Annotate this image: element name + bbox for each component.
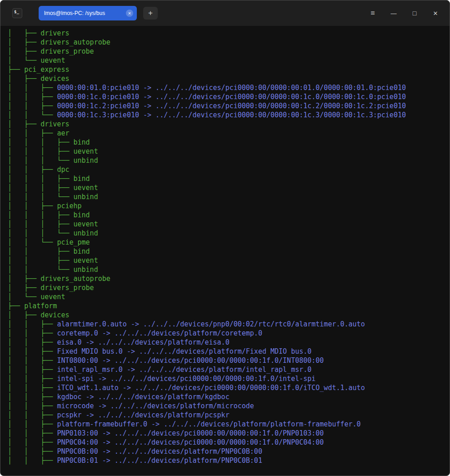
symlink-entry: kgdboc -> ../../../devices/platform/kgdb… (57, 393, 229, 401)
tree-line: │ ├── drivers_autoprobe (8, 38, 446, 47)
tree-line: │ │ ├── iTCO_wdt.1.auto -> ../../../devi… (8, 383, 446, 392)
tab-close-icon[interactable]: × (126, 10, 133, 17)
symlink-entry: microcode -> ../../../devices/platform/m… (57, 402, 254, 410)
directory-entry: aer (57, 129, 69, 137)
tree-line: │ │ ├── platform-framebuffer.0 -> ../../… (8, 420, 446, 429)
tree-line: │ │ ├── pciehp (8, 201, 446, 210)
tree-branch-glyphs: │ ├── (8, 47, 40, 55)
tree-line: │ │ └── 0000:00:1c.3:pcie010 -> ../../..… (8, 110, 446, 120)
tree-line: │ │ ├── eisa.0 -> ../../../devices/platf… (8, 338, 446, 347)
tree-branch-glyphs: │ │ ├── (8, 129, 57, 137)
tree-line: │ │ ├── PNP0C0B:00 -> ../../../devices/p… (8, 447, 446, 456)
caption-buttons: ≡ — □ ✕ (362, 0, 446, 26)
directory-entry: uevent (74, 256, 98, 265)
terminal-output[interactable]: │ ├── drivers│ ├── drivers_autoprobe│ ├─… (0, 26, 450, 476)
tree-branch-glyphs: │ │ │ ├── (8, 211, 74, 219)
symlink-entry: intel-spi -> ../../../devices/pci0000:00… (57, 375, 315, 383)
tree-line: │ │ ├── dpc (8, 165, 446, 174)
symlink-entry: 0000:00:01.0:pcie010 -> ../../../devices… (57, 84, 406, 92)
symlink-entry: INT0800:00 -> ../../../devices/pci0000:0… (57, 356, 324, 365)
tree-branch-glyphs: │ ├── (8, 38, 40, 46)
tree-branch-glyphs: │ │ │ ├── (8, 138, 74, 146)
tree-branch-glyphs: │ │ └── (8, 111, 57, 119)
tree-line: │ │ │ ├── bind (8, 138, 446, 147)
tab-active[interactable]: lmos@lmos-PC: /sys/bus × (39, 6, 137, 20)
tree-line: │ │ ├── kgdboc -> ../../../devices/platf… (8, 392, 446, 401)
directory-entry: drivers_autoprobe (40, 38, 110, 46)
tree-line: │ │ │ ├── uevent (8, 183, 446, 192)
symlink-entry: eisa.0 -> ../../../devices/platform/eisa… (57, 338, 229, 346)
tree-line: │ │ │ └── unbind (8, 156, 446, 165)
tree-branch-glyphs: │ │ │ └── (8, 193, 74, 201)
tree-branch-glyphs: │ │ ├── (8, 84, 57, 92)
tree-line: │ ├── drivers_probe (8, 47, 446, 56)
tree-line: │ ├── drivers_probe (8, 283, 446, 292)
tree-line: │ │ ├── intel_rapl_msr.0 -> ../../../dev… (8, 365, 446, 374)
tree-branch-glyphs: │ │ └── (8, 266, 74, 274)
tree-branch-glyphs: │ │ ├── (8, 447, 57, 456)
tree-line: │ ├── devices (8, 311, 446, 320)
tree-branch-glyphs: │ │ ├── (8, 247, 74, 256)
symlink-entry: PNP0103:00 -> ../../../devices/pci0000:0… (57, 429, 324, 437)
tree-branch-glyphs: │ │ ├── (8, 356, 57, 365)
tree-line: │ │ ├── 0000:00:01.0:pcie010 -> ../../..… (8, 83, 446, 92)
terminal-app-icon: $_ (12, 8, 22, 18)
tree-branch-glyphs: │ ├── (8, 275, 40, 283)
tree-line: │ │ ├── uevent (8, 256, 446, 265)
maximize-button[interactable]: □ (404, 3, 425, 23)
tree-branch-glyphs: │ ├── (8, 75, 40, 83)
tree-branch-glyphs: │ │ ├── (8, 320, 57, 328)
directory-entry: drivers_probe (40, 284, 94, 292)
tree-branch-glyphs: │ │ ├── (8, 456, 57, 465)
tree-line: │ ├── drivers (8, 120, 446, 129)
tree-branch-glyphs: │ │ │ └── (8, 229, 74, 237)
new-tab-button[interactable]: + (143, 7, 158, 20)
tree-branch-glyphs: │ └── (8, 293, 40, 301)
tree-branch-glyphs: │ │ │ ├── (8, 175, 74, 183)
tree-branch-glyphs: │ │ ├── (8, 202, 57, 210)
tree-branch-glyphs: │ │ ├── (8, 93, 57, 101)
tree-line: │ ├── devices (8, 74, 446, 83)
directory-entry: platform (24, 302, 57, 310)
close-button[interactable]: ✕ (425, 3, 446, 23)
tree-line: │ │ ├── Fixed MDIO bus.0 -> ../../../dev… (8, 347, 446, 356)
symlink-entry: 0000:00:1c.2:pcie010 -> ../../../devices… (57, 102, 406, 110)
directory-entry: uevent (74, 147, 98, 155)
symlink-entry: 0000:00:1c.3:pcie010 -> ../../../devices… (57, 111, 406, 119)
tree-branch-glyphs: │ │ ├── (8, 384, 57, 392)
tree-line: │ │ ├── microcode -> ../../../devices/pl… (8, 401, 446, 411)
symlink-entry: PNP0C0B:00 -> ../../../devices/platform/… (57, 447, 262, 456)
tree-line: │ │ └── unbind (8, 265, 446, 274)
tree-line: ├── pci_express (8, 65, 446, 74)
tree-branch-glyphs: ├── (8, 302, 24, 310)
tree-line: │ ├── drivers (8, 29, 446, 38)
directory-entry: drivers_probe (40, 47, 94, 55)
menu-icon[interactable]: ≡ (362, 3, 383, 23)
tree-line: │ │ │ └── unbind (8, 192, 446, 201)
tree-branch-glyphs: │ │ ├── (8, 438, 57, 446)
tree-branch-glyphs: │ ├── (8, 120, 40, 128)
symlink-entry: coretemp.0 -> ../../../devices/platform/… (57, 329, 262, 337)
tree-branch-glyphs: │ │ ├── (8, 420, 57, 428)
minimize-button[interactable]: — (383, 3, 404, 23)
tree-branch-glyphs: │ └── (8, 56, 40, 65)
symlink-entry: Fixed MDIO bus.0 -> ../../../devices/pla… (57, 347, 311, 356)
tree-line: │ │ ├── PNP0C0B:01 -> ../../../devices/p… (8, 456, 446, 465)
directory-entry: uevent (40, 56, 65, 65)
tree-line: │ │ ├── aer (8, 129, 446, 138)
directory-entry: unbind (74, 193, 98, 201)
terminal-window: $_ lmos@lmos-PC: /sys/bus × + ≡ — □ ✕ │ … (0, 0, 450, 476)
tree-line: │ ├── drivers_autoprobe (8, 274, 446, 283)
directory-entry: bind (74, 247, 90, 256)
symlink-entry: alarmtimer.0.auto -> ../../../devices/pn… (57, 320, 365, 328)
tree-line: │ │ └── pcie_pme (8, 238, 446, 247)
directory-entry: pcie_pme (57, 238, 90, 246)
tree-line: │ └── uevent (8, 56, 446, 65)
tree-branch-glyphs: │ │ │ └── (8, 156, 74, 165)
tree-line: │ │ │ ├── uevent (8, 147, 446, 156)
directory-entry: bind (74, 211, 90, 219)
tree-branch-glyphs: │ ├── (8, 29, 40, 37)
symlink-entry: pcspkr -> ../../../devices/platform/pcsp… (57, 411, 229, 419)
tree-line: │ │ ├── PNP0C04:00 -> ../../../devices/p… (8, 438, 446, 447)
directory-entry: pciehp (57, 202, 81, 210)
